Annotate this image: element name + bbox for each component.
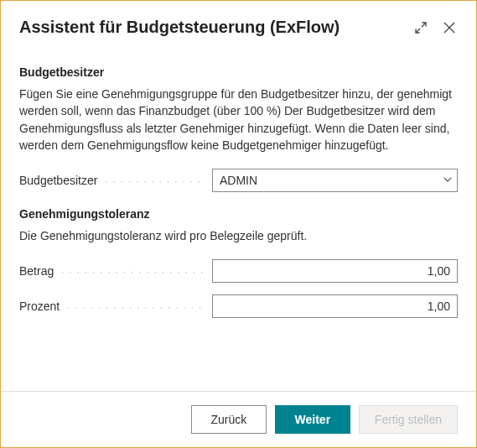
dialog-header: Assistent für Budgetsteuerung (ExFlow) xyxy=(1,1,476,45)
close-icon[interactable] xyxy=(441,19,458,36)
field-row-percent: Prozent xyxy=(19,294,458,318)
dialog-content: Budgetbesitzer Fügen Sie eine Genehmigun… xyxy=(1,45,476,318)
header-actions xyxy=(412,19,458,36)
dialog-footer: Zurück Weiter Fertig stellen xyxy=(1,391,476,447)
percent-input[interactable] xyxy=(212,294,458,318)
section-desc-owner: Fügen Sie eine Genehmigungsgruppe für de… xyxy=(19,86,458,154)
amount-input-wrap xyxy=(212,259,458,283)
field-label-owner: Budgetbesitzer xyxy=(19,174,204,187)
dialog-title: Assistent für Budgetsteuerung (ExFlow) xyxy=(19,18,412,37)
field-row-amount: Betrag xyxy=(19,259,458,283)
field-label-percent: Prozent xyxy=(19,300,204,313)
amount-input[interactable] xyxy=(212,259,458,283)
expand-icon[interactable] xyxy=(412,19,429,36)
next-button[interactable]: Weiter xyxy=(275,405,350,434)
section-title-owner: Budgetbesitzer xyxy=(19,65,458,79)
finish-button: Fertig stellen xyxy=(359,405,458,434)
section-title-tolerance: Genehmigungstoleranz xyxy=(19,207,458,221)
section-tolerance: Genehmigungstoleranz Die Genehmigungstol… xyxy=(19,207,458,318)
section-budget-owner: Budgetbesitzer Fügen Sie eine Genehmigun… xyxy=(19,65,458,192)
percent-input-wrap xyxy=(212,294,458,318)
back-button[interactable]: Zurück xyxy=(191,405,267,434)
owner-select-wrap xyxy=(212,169,458,192)
owner-select[interactable] xyxy=(212,169,458,192)
field-row-owner: Budgetbesitzer xyxy=(19,169,458,192)
field-label-amount: Betrag xyxy=(19,264,204,278)
section-desc-tolerance: Die Genehmigungstoleranz wird pro Belegz… xyxy=(19,227,458,244)
